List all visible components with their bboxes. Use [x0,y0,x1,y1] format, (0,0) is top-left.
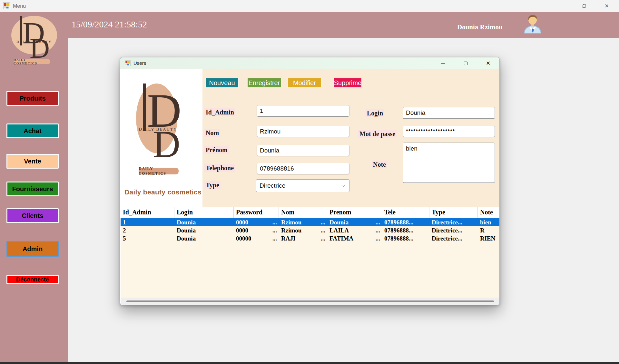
cell-id: 1 [121,218,174,226]
cell-value: Directrice... [432,219,462,226]
sidebar: D D DAILY BEAUTY DAILY COSMETICS Produit… [0,12,68,362]
cell-prenom: FATIMA... [327,234,382,242]
window-title: Menu [13,0,26,12]
cell-type: Directrice... [429,226,478,234]
users-maximize-button[interactable] [458,57,473,69]
note-textarea[interactable]: bien [403,143,495,183]
table-row[interactable]: 1Dounia0000...Rzimou...Dounia...07896888… [121,218,500,226]
cell-prenom: LAILA... [327,226,382,234]
cell-value: 5 [123,235,126,242]
brand-logo: D D DAILY BEAUTY [6,14,61,59]
cell-nom: RAJI... [279,234,327,242]
table-body: 1Dounia0000...Rzimou...Dounia...07896888… [121,218,500,242]
datetime-label: 15/09/2024 21:58:52 [72,19,147,30]
user-avatar-icon [522,12,544,34]
users-titlebar: Users ✕ [120,57,499,69]
users-form-panel: NouveauEnregistrerModifierSupprime Id_Ad… [202,69,500,207]
cell-value: LAILA [329,227,349,234]
column-header-password[interactable]: Password [234,207,279,218]
note-label: Note [372,161,387,168]
supprime-button[interactable]: Supprime [333,78,362,88]
minimize-icon [560,6,564,6]
brand-badge: DAILY COSMETICS [14,59,50,64]
users-window-icon [125,60,131,66]
users-window-title: Users [133,57,146,69]
enregistrer-button[interactable]: Enregistrer [247,78,281,88]
sidebar-button-deconnecte[interactable]: Déconnecté [6,275,59,284]
sidebar-button-clients[interactable]: Clients [6,208,59,223]
column-header-id[interactable]: Id_Admin [121,207,174,218]
column-header-prenom[interactable]: Prenom [327,207,382,218]
restore-button[interactable] [575,0,594,12]
type-label: Type [204,181,221,189]
cell-value: Dounia [177,227,196,234]
cell-login: Dounia [174,234,234,242]
users-close-button[interactable]: ✕ [481,57,496,69]
modifier-button[interactable]: Modifier [287,78,322,88]
cell-login: Dounia [174,226,234,234]
sidebar-button-produits[interactable]: Produits [6,91,59,106]
cell-tele: 07896888... [382,226,429,234]
svg-text:DAILY BEAUTY: DAILY BEAUTY [139,127,177,132]
sidebar-button-fournisseurs[interactable]: Fournisseurs [6,182,59,196]
maximize-icon [464,62,467,65]
horizontal-scrollbar-thumb[interactable] [126,300,494,302]
cell-value: RIEN [480,235,496,242]
truncation-ellipsis: ... [321,235,325,242]
id-admin-input[interactable] [257,105,349,117]
telephone-label: Telephone [204,164,235,172]
minimize-icon [441,63,445,63]
column-header-note[interactable]: Note [478,207,500,218]
cell-type: Directrice... [429,234,478,242]
screen-bottom-strip [0,362,619,364]
column-header-type[interactable]: Type [429,207,478,218]
minimize-button[interactable] [553,0,571,12]
cell-note: bien [478,218,500,226]
users-minimize-button[interactable] [436,57,450,69]
table-row[interactable]: 5Dounia00000...RAJI...FATIMA...07896888.… [121,234,500,242]
column-header-login[interactable]: Login [174,207,234,218]
cell-prenom: Dounia... [327,218,382,226]
nom-label: Nom [204,129,220,137]
cell-note: R [478,226,500,234]
telephone-input[interactable] [257,163,349,174]
nouveau-button[interactable]: Nouveau [205,78,239,88]
cell-value: 1 [123,219,126,226]
close-button[interactable]: ✕ [597,0,616,12]
password-input[interactable] [403,126,495,137]
users-logo-panel: D D DAILY BEAUTY DAILY COSMETICS Daily b… [121,69,202,207]
app-icon [3,2,10,9]
type-select[interactable]: Directrice [256,179,349,192]
cell-note: RIEN [478,234,500,242]
cell-tele: 07896888... [382,234,429,242]
svg-text:D: D [30,33,50,59]
cell-value: 07896888... [384,219,413,226]
sidebar-button-achat[interactable]: Achat [6,123,59,138]
prenom-input[interactable] [257,145,349,156]
cell-value: Rzimou [281,219,301,226]
column-header-nom[interactable]: Nom [279,207,327,218]
cell-password: 0000... [234,218,279,226]
table-row[interactable]: 2Dounia0000...Rzimou...LAILA...07896888.… [121,226,500,234]
cell-id: 5 [121,234,174,242]
users-brand-logo: D D DAILY BEAUTY [133,72,182,167]
column-header-tele[interactable]: Tele [382,207,429,218]
truncation-ellipsis: ... [376,219,380,226]
users-table: Id_AdminLoginPasswordNomPrenomTeleTypeNo… [121,207,500,298]
truncation-ellipsis: ... [321,219,325,226]
login-input[interactable] [403,107,495,119]
truncation-ellipsis: ... [321,227,325,234]
cell-value: Directrice... [432,235,462,242]
cell-password: 0000... [234,226,279,234]
truncation-ellipsis: ... [272,235,277,242]
mot-de-passe-label: Mot de passe [358,130,397,138]
nom-input[interactable] [257,126,349,137]
main-titlebar: Menu ✕ [0,0,619,12]
truncation-ellipsis: ... [272,219,277,226]
sidebar-button-admin[interactable]: Admin [6,241,59,257]
users-brand-caption: Daily beauty cosmetics [124,188,202,196]
sidebar-button-vente[interactable]: Vente [6,154,59,169]
cell-value: R [480,227,485,234]
cell-value: RAJI [281,235,295,242]
cell-password: 00000... [234,234,279,242]
